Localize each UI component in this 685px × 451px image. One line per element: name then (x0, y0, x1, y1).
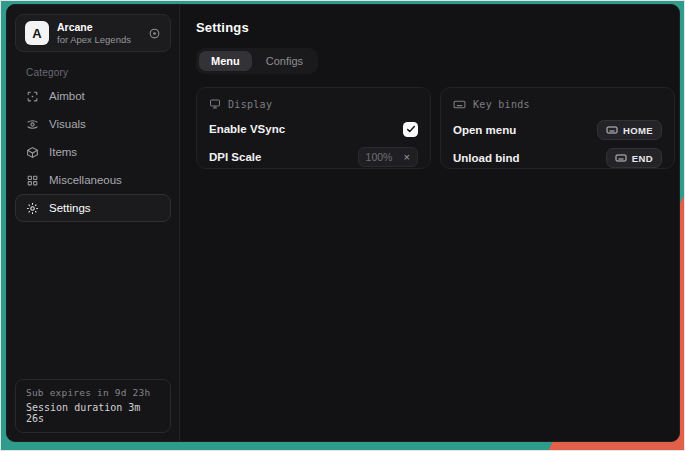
sidebar-item-visuals[interactable]: Visuals (15, 110, 171, 138)
grid-icon (26, 174, 39, 187)
app-title: Arcane (57, 21, 131, 34)
keyboard-icon (615, 152, 627, 164)
sidebar-item-items[interactable]: Items (15, 138, 171, 166)
sidebar-nav: Aimbot Visuals Items (15, 82, 171, 222)
page-title: Settings (196, 20, 675, 35)
vsync-checkbox[interactable] (403, 122, 418, 137)
app-subtitle: for Apex Legends (57, 34, 131, 46)
card-title: Display (228, 99, 272, 110)
crosshair-icon (26, 90, 39, 103)
monitor-icon (209, 98, 221, 110)
sidebar-item-label: Visuals (49, 118, 86, 130)
sub-expiry-text: Sub expires in 9d 23h (26, 387, 160, 398)
app-window: A Arcane for Apex Legends Category (6, 4, 680, 442)
open-menu-label: Open menu (453, 124, 516, 136)
sidebar-item-label: Miscellaneous (49, 174, 122, 186)
eye-icon (26, 118, 39, 131)
unload-bind-label: Unload bind (453, 152, 519, 164)
target-icon[interactable] (148, 27, 161, 40)
tab-menu[interactable]: Menu (199, 51, 252, 71)
card-title: Key binds (473, 99, 530, 110)
sidebar-item-label: Settings (49, 202, 91, 214)
sidebar-item-label: Items (49, 146, 77, 158)
unload-bind-button[interactable]: END (606, 148, 662, 168)
sidebar-item-miscellaneous[interactable]: Miscellaneous (15, 166, 171, 194)
sidebar-item-aimbot[interactable]: Aimbot (15, 82, 171, 110)
app-logo: A (25, 21, 49, 45)
open-menu-bind-button[interactable]: HOME (597, 120, 662, 140)
session-duration-text: Session duration 3m 26s (26, 402, 160, 424)
package-icon (26, 146, 39, 159)
account-card[interactable]: A Arcane for Apex Legends (15, 14, 171, 52)
tab-bar: Menu Configs (196, 48, 318, 74)
dpi-scale-label: DPI Scale (209, 151, 261, 163)
gear-icon (26, 202, 39, 215)
main-content: Settings Menu Configs Display Enable VSy… (180, 5, 680, 441)
vsync-label: Enable VSync (209, 123, 285, 135)
keyboard-icon (606, 124, 618, 136)
display-card: Display Enable VSync DPI Scale × (196, 87, 431, 169)
bind-key-label: HOME (623, 125, 653, 136)
clear-icon[interactable]: × (404, 152, 410, 163)
tab-configs[interactable]: Configs (254, 51, 315, 71)
category-label: Category (26, 67, 171, 78)
dpi-scale-input[interactable] (366, 151, 398, 163)
sidebar: A Arcane for Apex Legends Category (7, 5, 180, 441)
bind-key-label: END (632, 153, 653, 164)
sidebar-item-label: Aimbot (49, 90, 85, 102)
dpi-scale-input-group: × (358, 147, 418, 167)
subscription-status-box: Sub expires in 9d 23h Session duration 3… (15, 379, 171, 433)
keybinds-card: Key binds Open menu HOME Unload bin (440, 87, 675, 169)
sidebar-item-settings[interactable]: Settings (15, 194, 171, 222)
keyboard-icon (453, 98, 466, 111)
